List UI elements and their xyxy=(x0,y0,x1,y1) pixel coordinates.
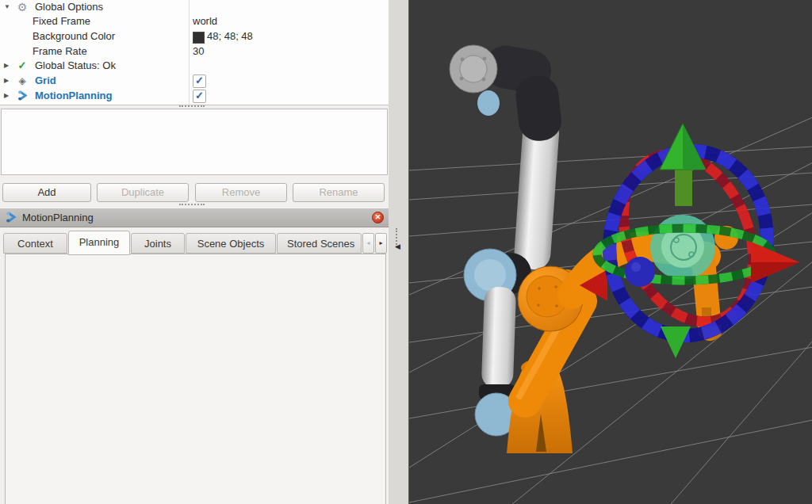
marker-sphere-blue[interactable] xyxy=(625,257,655,287)
color-swatch[interactable] xyxy=(193,32,205,44)
tree-row-global-options[interactable]: ▼ ⚙ Global Options xyxy=(0,0,389,14)
tab-context[interactable]: Context xyxy=(3,233,67,254)
property-value[interactable]: world xyxy=(193,14,217,29)
left-panel: ▼ ⚙ Global Options Fixed Frame world Bac… xyxy=(0,0,389,504)
tab-stored-scenes[interactable]: Stored Scenes xyxy=(277,233,362,254)
tree-item-label[interactable]: Global Options xyxy=(35,0,103,14)
rviz-window: ▼ ⚙ Global Options Fixed Frame world Bac… xyxy=(0,0,812,504)
expander-closed-icon[interactable]: ▶ xyxy=(4,59,9,73)
motionplanning-panel: MotionPlanning ✕ Context Planning Joints… xyxy=(0,208,389,504)
tree-item-label[interactable]: Grid xyxy=(35,74,56,88)
expander-open-icon[interactable]: ▼ xyxy=(4,0,10,14)
marker-arrow-up[interactable] xyxy=(660,124,706,206)
gear-icon: ⚙ xyxy=(16,0,29,14)
remove-button[interactable]: Remove xyxy=(195,183,287,202)
tree-item-label[interactable]: MotionPlanning xyxy=(35,89,112,103)
tree-row-motionplanning[interactable]: ▶ MotionPlanning ✓ xyxy=(0,89,389,103)
grid-enabled-checkbox[interactable]: ✓ xyxy=(193,74,206,88)
status-ok-icon: ✓ xyxy=(16,59,29,73)
marker-arrow-right[interactable] xyxy=(751,242,799,283)
horizontal-splitter[interactable] xyxy=(179,204,205,205)
tree-row-background-color[interactable]: Background Color 48; 48; 48 xyxy=(0,29,389,44)
displays-empty-area xyxy=(1,109,388,175)
motionplanning-icon xyxy=(16,90,29,105)
tree-row-frame-rate[interactable]: Frame Rate 30 xyxy=(0,44,389,59)
tree-row-global-status[interactable]: ▶ ✓ Global Status: Ok xyxy=(0,59,389,73)
panel-splitter[interactable]: ◀ xyxy=(389,0,408,504)
tab-scene-objects[interactable]: Scene Objects xyxy=(186,233,276,254)
motionplanning-enabled-checkbox[interactable]: ✓ xyxy=(193,90,206,103)
close-icon[interactable]: ✕ xyxy=(372,212,384,223)
check-icon: ✓ xyxy=(193,90,205,101)
duplicate-button[interactable]: Duplicate xyxy=(97,183,189,202)
collapse-left-icon[interactable]: ◀ xyxy=(395,242,400,250)
tree-row-grid[interactable]: ▶ ◈ Grid ✓ xyxy=(0,74,389,88)
expander-closed-icon[interactable]: ▶ xyxy=(4,89,9,103)
tree-item-label[interactable]: Global Status: Ok xyxy=(35,59,116,73)
property-label[interactable]: Background Color xyxy=(33,29,115,44)
displays-panel: ▼ ⚙ Global Options Fixed Frame world Bac… xyxy=(0,0,389,105)
3d-scene xyxy=(409,0,812,504)
property-value[interactable]: 30 xyxy=(193,44,204,59)
property-label[interactable]: Fixed Frame xyxy=(33,14,90,29)
tab-scroll-left-icon[interactable]: ◂ xyxy=(362,233,374,254)
eye-icon: ◈ xyxy=(16,74,29,88)
tab-joints[interactable]: Joints xyxy=(131,233,185,254)
tab-planning[interactable]: Planning xyxy=(68,231,130,255)
property-value[interactable]: 48; 48; 48 xyxy=(207,29,253,44)
add-button[interactable]: Add xyxy=(2,183,91,202)
planning-tab-page xyxy=(5,254,386,504)
panel-title: MotionPlanning xyxy=(22,208,94,227)
horizontal-splitter[interactable] xyxy=(179,105,205,107)
rename-button[interactable]: Rename xyxy=(293,183,385,202)
expander-closed-icon[interactable]: ▶ xyxy=(4,74,9,88)
motionplanning-icon xyxy=(6,212,17,226)
tab-scroll-right-icon[interactable]: ▸ xyxy=(375,233,387,254)
tree-row-fixed-frame[interactable]: Fixed Frame world xyxy=(0,14,389,29)
motionplanning-titlebar[interactable]: MotionPlanning ✕ xyxy=(0,208,389,227)
check-icon: ✓ xyxy=(193,75,205,86)
interactive-marker[interactable] xyxy=(580,124,799,358)
3d-viewport[interactable] xyxy=(408,0,812,504)
property-label[interactable]: Frame Rate xyxy=(33,44,87,59)
